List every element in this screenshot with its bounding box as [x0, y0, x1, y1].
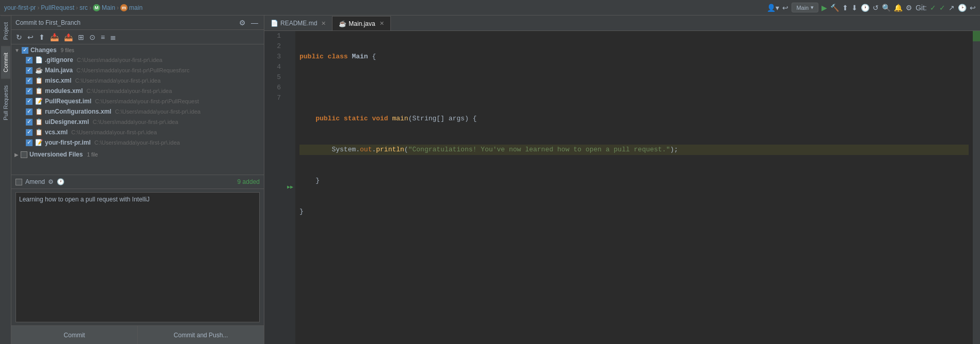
group-btn[interactable]: ⊞ [76, 33, 86, 42]
git-revert-icon[interactable]: ↩ [970, 4, 976, 12]
unshelve-btn[interactable]: 📤 [62, 33, 74, 42]
refresh-btn[interactable]: ↻ [14, 33, 24, 42]
git-check1-icon[interactable]: ✓ [930, 4, 936, 12]
file-item-pullrequestiml[interactable]: 📝 PullRequest.iml C:\Users\madda\your-fi… [11, 96, 264, 106]
main2-file-icon: m [120, 4, 128, 11]
history-icon[interactable]: 🕐 [861, 4, 870, 12]
revert-icon[interactable]: ↺ [873, 4, 879, 12]
file-checkbox-miscxml[interactable] [26, 77, 33, 84]
commit-message-input[interactable]: Learning how to open a pull request with… [15, 192, 260, 322]
sidebar-tab-commit[interactable]: Commit [1, 46, 10, 79]
commit-button[interactable]: Commit [11, 326, 138, 344]
breadcrumb-project[interactable]: your-first-pr [4, 4, 36, 11]
breadcrumb-sep4: › [117, 4, 119, 11]
line-num-4: 4 [268, 62, 281, 72]
unversioned-label: Unversioned Files [29, 151, 83, 158]
shelve-btn[interactable]: 📥 [49, 33, 60, 42]
undo-icon[interactable]: ↩ [782, 4, 788, 12]
changes-chevron: ▼ [14, 48, 20, 53]
breadcrumb-main[interactable]: Main [102, 4, 115, 11]
amend-row: Amend ⚙ 🕐 9 added [11, 175, 264, 189]
amend-checkbox[interactable] [15, 179, 22, 185]
changes-checkbox[interactable] [22, 47, 28, 54]
run-btn-3[interactable]: ▶ [290, 182, 293, 193]
filter-btn[interactable]: ⊙ [88, 33, 97, 42]
settings-btn[interactable]: ⚙ [238, 18, 247, 27]
commit-panel-title: Commit to First_Branch [15, 19, 81, 26]
file-name-vcsxml: vcs.xml [45, 129, 68, 136]
file-item-miscxml[interactable]: 📋 misc.xml C:\Users\madda\your-first-pr\… [11, 75, 264, 86]
git-arrow-icon[interactable]: ↗ [949, 4, 955, 12]
code-line-2 [299, 83, 969, 93]
out-field: out [360, 145, 372, 155]
minimize-btn[interactable]: — [249, 18, 260, 27]
pull-icon[interactable]: ⬇ [851, 4, 858, 12]
amend-settings-icon[interactable]: ⚙ [48, 178, 54, 185]
breadcrumb: your-first-pr › PullRequest › src › M Ma… [4, 4, 143, 11]
file-item-yourfirstpriml[interactable]: 📝 your-first-pr.iml C:\Users\madda\your-… [11, 137, 264, 148]
profile-icon[interactable]: 👤▾ [767, 4, 779, 12]
indent-4 [299, 145, 331, 155]
breadcrumb-folder2[interactable]: src [80, 4, 88, 11]
code-editor[interactable]: 1 2 3 4 5 6 7 ▶ ▶ [264, 31, 980, 344]
file-checkbox-mainjava[interactable] [26, 67, 33, 74]
mainjava-tab-label: Main.java [349, 20, 375, 27]
unversioned-group-header[interactable]: ▶ Unversioned Files 1 file [11, 150, 264, 159]
main-area: Project Commit Pull Requests Commit to F… [0, 15, 980, 344]
git-check2-icon[interactable]: ✓ [939, 4, 945, 12]
unversioned-checkbox[interactable] [21, 151, 27, 158]
paren-close: ) { [465, 114, 477, 124]
changes-group-header[interactable]: ▼ Changes 9 files [11, 45, 264, 55]
build-icon[interactable]: 🔨 [830, 4, 839, 12]
settings-icon[interactable]: ⚙ [906, 4, 912, 12]
readme-tab-close[interactable]: ✕ [321, 20, 326, 27]
update-btn[interactable]: ⬆ [37, 33, 46, 42]
commit-push-button[interactable]: Commit and Push... [138, 326, 264, 344]
expand-btn[interactable]: ≡ [99, 33, 106, 42]
push-icon[interactable]: ⬆ [842, 4, 848, 12]
unversioned-group: ▶ Unversioned Files 1 file [11, 149, 264, 160]
file-icon-runconfigxml: 📋 [35, 107, 43, 116]
file-item-mainjava[interactable]: ☕ Main.java C:\Users\madda\your-first-pr… [11, 65, 264, 75]
gutter-mark-1 [973, 31, 980, 41]
file-item-runconfigxml[interactable]: 📋 runConfigurations.xml C:\Users\madda\y… [11, 106, 264, 117]
mainjava-tab-icon: ☕ [339, 20, 346, 27]
file-checkbox-pullrequestiml[interactable] [26, 98, 33, 105]
file-checkbox-uidesignerxml[interactable] [26, 119, 33, 126]
file-icon-uidesignerxml: 📋 [35, 118, 43, 126]
tab-mainjava[interactable]: ☕ Main.java ✕ [333, 16, 390, 30]
file-path-uidesignerxml: C:\Users\madda\your-first-pr\.idea [91, 119, 178, 125]
file-name-gitignore: .gitignore [45, 56, 73, 64]
brace-close-5: } [315, 176, 320, 186]
mainjava-tab-close[interactable]: ✕ [380, 20, 384, 27]
commit-panel-header: Commit to First_Branch ⚙ — [11, 15, 264, 30]
file-checkbox-yourfirstpriml[interactable] [26, 139, 33, 146]
git-clock-icon[interactable]: 🕑 [958, 4, 967, 12]
file-item-vcsxml[interactable]: 📋 vcs.xml C:\Users\madda\your-first-pr\.… [11, 127, 264, 137]
sidebar-tab-project[interactable]: Project [1, 15, 10, 46]
file-checkbox-gitignore[interactable] [26, 57, 33, 64]
branch-dropdown-icon: ▾ [811, 4, 814, 11]
notification-icon[interactable]: 🔔 [894, 4, 903, 12]
file-checkbox-vcsxml[interactable] [26, 129, 33, 136]
file-item-uidesignerxml[interactable]: 📋 uiDesigner.xml C:\Users\madda\your-fir… [11, 117, 264, 127]
branch-button[interactable]: Main ▾ [792, 3, 818, 12]
file-item-gitignore[interactable]: 📄 .gitignore C:\Users\madda\your-first-p… [11, 55, 264, 65]
collapse-btn[interactable]: ≣ [108, 33, 118, 42]
breadcrumb-folder1[interactable]: PullRequest [41, 4, 74, 11]
amend-history-icon[interactable]: 🕐 [57, 178, 65, 185]
commit-panel: Commit to First_Branch ⚙ — ↻ ↩ ⬆ 📥 📤 ⊞ ⊙… [11, 15, 264, 344]
brace-close-6: } [299, 207, 304, 217]
sidebar-tab-pullrequests[interactable]: Pull Requests [1, 79, 10, 127]
breadcrumb-main2[interactable]: main [129, 4, 143, 11]
file-path-vcsxml: C:\Users\madda\your-first-pr\.idea [70, 129, 157, 135]
line-num-2: 2 [268, 41, 281, 52]
file-checkbox-modulesxml[interactable] [26, 88, 33, 95]
tab-readme[interactable]: 📄 README.md ✕ [264, 16, 333, 30]
file-item-modulesxml[interactable]: 📋 modules.xml C:\Users\madda\your-first-… [11, 86, 264, 96]
search-icon[interactable]: 🔍 [882, 4, 891, 12]
rollback-btn[interactable]: ↩ [26, 33, 35, 42]
file-checkbox-runconfigxml[interactable] [26, 108, 33, 115]
readme-tab-icon: 📄 [271, 20, 278, 27]
run-icon[interactable]: ▶ [821, 4, 827, 12]
